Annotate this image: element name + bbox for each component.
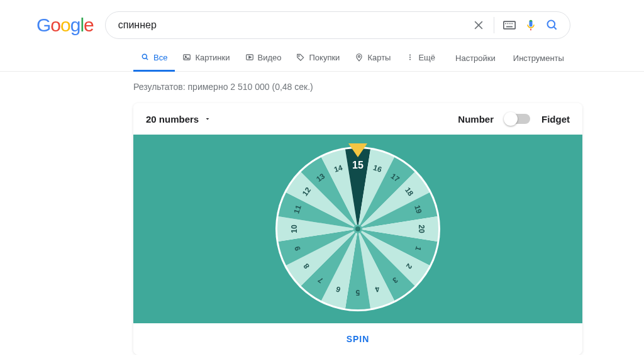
tab-images[interactable]: Картинки [175, 45, 237, 72]
svg-line-10 [553, 27, 556, 30]
spin-button[interactable]: SPIN [133, 323, 582, 355]
segments-dropdown[interactable]: 20 numbers [146, 114, 211, 125]
svg-point-43 [355, 226, 360, 231]
search-input[interactable] [118, 19, 464, 31]
svg-rect-4 [505, 23, 506, 25]
svg-point-16 [299, 55, 299, 56]
tab-label: Ещё [418, 53, 435, 62]
wheel-area: 1234567891011121314151617181920 [133, 135, 582, 323]
tab-label: Видео [258, 53, 282, 62]
separator [494, 17, 494, 33]
image-icon [182, 53, 191, 62]
tab-maps[interactable]: Карты [347, 45, 398, 72]
tab-shopping[interactable]: Покупки [289, 45, 347, 72]
search-tabs: Все Картинки Видео Покупки Карты Ещё Нас… [0, 45, 644, 72]
svg-point-17 [358, 55, 360, 57]
svg-point-19 [409, 57, 411, 58]
svg-rect-3 [504, 22, 514, 28]
svg-rect-5 [507, 23, 508, 25]
mode-number-label: Number [458, 114, 494, 125]
mic-icon[interactable] [525, 19, 537, 31]
search-small-icon [141, 53, 150, 62]
search-icon[interactable] [546, 19, 558, 31]
tab-all[interactable]: Все [133, 45, 175, 72]
svg-point-9 [547, 21, 555, 28]
tab-more[interactable]: Ещё [398, 45, 443, 72]
spinner-card: 20 numbers Number Fidget 123456789101112… [133, 103, 582, 355]
keyboard-icon[interactable] [503, 19, 516, 31]
mode-fidget-label: Fidget [541, 114, 570, 125]
tools-link[interactable]: Инструменты [513, 53, 564, 63]
dropdown-label: 20 numbers [146, 114, 199, 125]
settings-link[interactable]: Настройки [455, 53, 496, 63]
chevron-down-icon [204, 114, 211, 125]
tab-label: Все [153, 53, 167, 62]
svg-text:20: 20 [417, 225, 426, 233]
svg-rect-8 [506, 26, 513, 28]
tab-videos[interactable]: Видео [238, 45, 289, 72]
svg-point-11 [142, 54, 147, 58]
tab-label: Покупки [309, 53, 340, 62]
svg-text:5: 5 [355, 288, 360, 297]
tab-label: Картинки [195, 53, 230, 62]
svg-point-20 [409, 58, 411, 60]
tab-label: Карты [367, 53, 391, 62]
tag-icon [296, 53, 305, 62]
svg-rect-7 [511, 23, 513, 25]
svg-text:15: 15 [352, 160, 364, 170]
svg-line-12 [146, 58, 148, 60]
mode-toggle[interactable] [505, 114, 530, 124]
svg-point-18 [409, 54, 411, 55]
pin-icon [355, 53, 364, 62]
spinner-wheel[interactable]: 1234567891011121314151617181920 [273, 144, 443, 314]
search-box[interactable] [105, 11, 570, 39]
result-stats: Результатов: примерно 2 510 000 (0,48 се… [0, 72, 644, 103]
google-logo[interactable]: Google [36, 14, 94, 36]
dots-icon [406, 53, 414, 62]
svg-rect-6 [509, 23, 511, 25]
clear-icon[interactable] [472, 19, 485, 31]
svg-text:10: 10 [290, 225, 299, 233]
pointer-icon [348, 143, 367, 159]
video-icon [245, 53, 254, 62]
